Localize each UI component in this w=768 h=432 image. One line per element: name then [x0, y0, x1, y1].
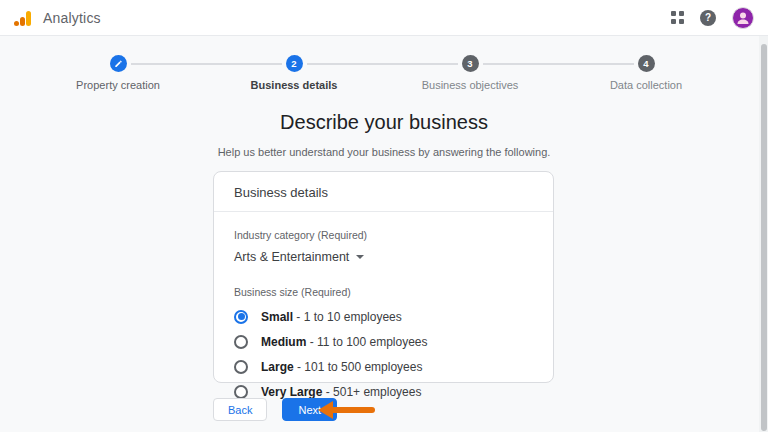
logo-bar-mid [20, 17, 25, 26]
step-done-circle [110, 55, 127, 72]
option-desc: - 11 to 100 employees [310, 335, 428, 349]
logo-bar-tall [26, 11, 31, 26]
industry-category-dropdown[interactable]: Arts & Entertainment [234, 250, 364, 264]
step-label: Data collection [610, 79, 682, 91]
industry-category-label: Industry category (Required) [234, 229, 533, 241]
option-desc: - 101 to 500 employees [297, 360, 422, 374]
help-icon[interactable]: ? [700, 10, 716, 26]
annotation-arrow-icon [318, 401, 376, 419]
pencil-icon [114, 59, 123, 68]
stepper-connector [307, 63, 458, 65]
step-label: Business details [251, 79, 338, 91]
option-name: Very Large [261, 385, 322, 399]
step-number-circle: 3 [462, 55, 479, 72]
step-label: Business objectives [422, 79, 519, 91]
back-button[interactable]: Back [213, 398, 267, 421]
radio-option-large[interactable]: Large - 101 to 500 employees [234, 354, 533, 379]
business-size-label: Business size (Required) [234, 286, 533, 298]
page-subtitle: Help us better understand your business … [0, 146, 768, 158]
setup-stepper: Property creation 2 Business details 3 B… [30, 36, 734, 94]
scrollbar-track[interactable] [759, 36, 768, 432]
step-number-circle: 4 [638, 55, 655, 72]
user-avatar[interactable] [732, 7, 754, 29]
logo-dot [14, 21, 19, 26]
radio-option-medium[interactable]: Medium - 11 to 100 employees [234, 329, 533, 354]
business-details-card: Business details Industry category (Requ… [213, 171, 554, 383]
chevron-down-icon [356, 255, 364, 259]
avatar-person-icon [735, 10, 751, 26]
industry-category-value: Arts & Entertainment [234, 250, 349, 264]
option-desc: - 1 to 10 employees [296, 310, 401, 324]
stepper-connector [483, 63, 634, 65]
stepper-connector [131, 63, 282, 65]
card-title: Business details [234, 185, 533, 200]
radio-option-small[interactable]: Small - 1 to 10 employees [234, 304, 533, 329]
page-title: Describe your business [0, 111, 768, 134]
apps-grid-icon[interactable] [671, 11, 684, 24]
step-label: Property creation [76, 79, 160, 91]
radio-icon[interactable] [234, 310, 248, 324]
option-name: Large [261, 360, 294, 374]
analytics-logo-icon [14, 10, 31, 26]
radio-icon[interactable] [234, 385, 248, 399]
option-desc: - 501+ employees [326, 385, 422, 399]
option-name: Small [261, 310, 293, 324]
app-title: Analytics [43, 10, 101, 26]
step-number-circle: 2 [286, 55, 303, 72]
radio-icon[interactable] [234, 335, 248, 349]
scrollbar-thumb[interactable] [761, 44, 767, 431]
radio-icon[interactable] [234, 360, 248, 374]
top-app-bar: Analytics ? [0, 0, 768, 36]
option-name: Medium [261, 335, 306, 349]
business-size-options: Small - 1 to 10 employees Medium - 11 to… [234, 304, 533, 404]
